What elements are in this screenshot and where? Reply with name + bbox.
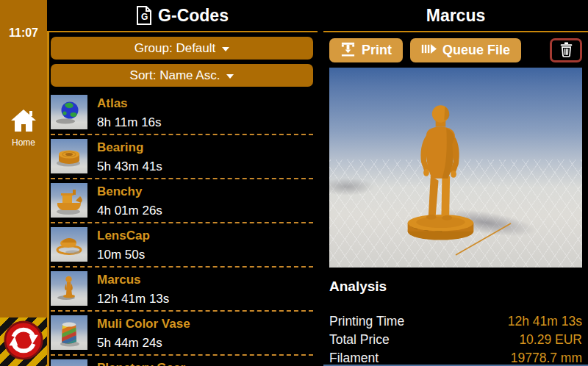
page-title: G-Codes	[158, 6, 229, 26]
file-name: Bearing	[97, 140, 162, 155]
gcodes-panel: Group: Default Sort: Name Asc. Atlas 8h …	[47, 31, 318, 366]
group-dropdown[interactable]: Group: Default	[51, 37, 313, 60]
clock: 11:07	[0, 26, 47, 40]
delete-button[interactable]	[550, 38, 582, 62]
file-item[interactable]: Planetary Gear	[51, 356, 313, 366]
queue-file-button[interactable]: Queue File	[410, 38, 521, 62]
file-item[interactable]: Muli Color Vase 5h 44m 24s	[51, 312, 313, 356]
sidebar-item-home[interactable]: Home	[0, 109, 47, 148]
file-duration: 4h 01m 26s	[97, 203, 162, 218]
details-panel-header: Marcus	[323, 0, 588, 31]
file-list: Atlas 8h 11m 16s Bearing 5h 43m 41s Benc…	[51, 91, 313, 366]
analysis-label: Total Price	[329, 332, 390, 348]
file-item[interactable]: LensCap 10m 50s	[51, 223, 313, 268]
analysis-label: Printing Time	[329, 314, 404, 329]
print-icon	[340, 41, 356, 60]
analysis-value: 19778.7 mm	[511, 351, 582, 366]
analysis-rows: Printing Time 12h 41m 13s Total Price 10…	[329, 314, 582, 366]
file-thumbnail	[51, 95, 87, 129]
file-duration: 5h 43m 41s	[97, 159, 162, 174]
file-name: LensCap	[97, 228, 150, 243]
file-name: Planetary Gear	[97, 360, 185, 366]
model-preview	[329, 68, 582, 268]
gcode-file-icon: G	[136, 6, 152, 25]
analysis-row: Total Price 10.29 EUR	[329, 332, 582, 351]
file-item[interactable]: Bearing 5h 43m 41s	[51, 135, 313, 179]
home-icon	[10, 122, 37, 134]
trash-icon	[559, 42, 573, 60]
file-item[interactable]: Benchy 4h 01m 26s	[51, 179, 313, 223]
analysis-heading: Analysis	[329, 279, 582, 295]
file-name: Marcus	[97, 272, 169, 287]
file-name: Benchy	[97, 184, 162, 199]
analysis-value: 10.29 EUR	[519, 332, 582, 348]
file-thumbnail	[51, 227, 87, 262]
chevron-down-icon	[222, 47, 229, 51]
details-title: Marcus	[426, 6, 486, 26]
sort-dropdown[interactable]: Sort: Name Asc.	[51, 64, 313, 87]
home-label: Home	[0, 137, 47, 148]
file-duration: 8h 11m 16s	[97, 115, 162, 130]
file-duration: 5h 44m 24s	[97, 335, 190, 351]
file-duration: 12h 41m 13s	[97, 291, 169, 306]
file-thumbnail	[51, 183, 87, 218]
file-name: Atlas	[97, 96, 162, 111]
file-thumbnail	[51, 139, 87, 173]
print-button-label: Print	[362, 43, 392, 58]
group-dropdown-label: Group: Default	[135, 41, 216, 56]
analysis-row: Printing Time 12h 41m 13s	[329, 314, 582, 332]
print-button[interactable]: Print	[329, 38, 403, 62]
queue-button-label: Queue File	[442, 43, 510, 58]
file-thumbnail	[51, 315, 87, 350]
svg-text:G: G	[141, 12, 148, 22]
analysis-value: 12h 41m 13s	[508, 314, 582, 329]
file-thumbnail	[51, 271, 87, 306]
file-name: Muli Color Vase	[97, 316, 190, 331]
hazard-stripes	[0, 317, 47, 366]
file-thumbnail	[51, 359, 87, 366]
gcodes-panel-header: G G-Codes	[47, 0, 318, 31]
sidebar: 11:07 Home	[0, 0, 47, 366]
analysis-row: Filament 19778.7 mm	[329, 351, 582, 366]
file-duration: 10m 50s	[97, 247, 150, 262]
sort-dropdown-label: Sort: Name Asc.	[130, 68, 220, 83]
emergency-stop-button[interactable]	[4, 320, 43, 363]
analysis-label: Filament	[329, 351, 379, 366]
file-item[interactable]: Marcus 12h 41m 13s	[51, 268, 313, 312]
app-root: 11:07 Home	[0, 0, 588, 366]
file-item[interactable]: Atlas 8h 11m 16s	[51, 91, 313, 135]
chevron-down-icon	[226, 74, 234, 79]
statue-render	[398, 96, 484, 242]
details-panel: Print Queue File	[323, 31, 588, 366]
action-row: Print Queue File	[329, 38, 582, 62]
queue-icon	[421, 41, 437, 60]
